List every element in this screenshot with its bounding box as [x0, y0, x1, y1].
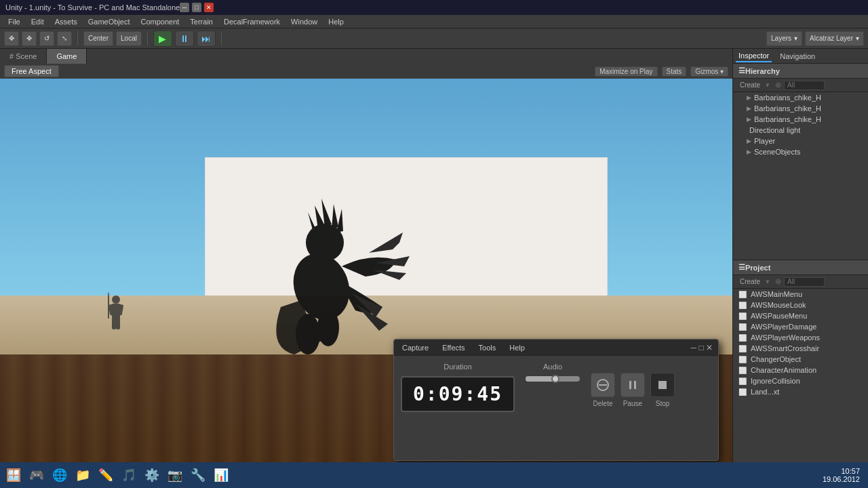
svg-marker-6	[332, 204, 338, 229]
proj-item-land[interactable]: ⬜ Land...xt	[733, 386, 868, 397]
taskbar-settings-icon[interactable]: ⚙️	[141, 464, 163, 486]
hierarchy-panel: ☰ Hierarchy Create ▾ ⊕ ▶ Barbarians_chik…	[733, 64, 868, 260]
toolbar-sep-2	[147, 32, 148, 45]
menu-file[interactable]: File	[3, 16, 26, 27]
tree-item-barbarians1[interactable]: ▶ Barbarians_chike_H	[733, 92, 868, 103]
taskbar-edit-icon[interactable]: ✏️	[95, 464, 117, 486]
proj-item-awsplayerweapons[interactable]: ⬜ AWSPlayerWeapons	[733, 332, 868, 343]
taskbar-misc3-icon[interactable]: 📊	[210, 464, 232, 486]
duration-section: Duration 0:09:45	[401, 363, 515, 412]
menu-terrain[interactable]: Terrain	[184, 16, 218, 27]
hierarchy-toolbar: Create ▾ ⊕	[733, 79, 868, 92]
proj-item-ignorecollision[interactable]: ⬜ IgnoreCollision	[733, 375, 868, 386]
taskbar-browser-icon[interactable]: 🌐	[49, 464, 71, 486]
script-icon: ⬜	[738, 356, 747, 363]
tab-navigation[interactable]: Navigation	[777, 51, 818, 62]
menu-assets[interactable]: Assets	[50, 16, 83, 27]
delete-label: Delete	[593, 400, 613, 407]
tool-move[interactable]: ✥	[22, 31, 37, 46]
stop-button-container[interactable]: Stop	[650, 373, 675, 407]
proj-item-awspausemenu[interactable]: ⬜ AWSPauseMenu	[733, 310, 868, 321]
hierarchy-search[interactable]	[784, 81, 825, 90]
capture-close-button[interactable]: ─ □ ✕	[691, 343, 713, 352]
tool-rotate[interactable]: ↺	[39, 31, 54, 46]
coord-button[interactable]: Local	[116, 31, 142, 46]
tree-item-player[interactable]: ▶ Player	[733, 136, 868, 146]
proj-item-awsmainmenu[interactable]: ⬜ AWSMainMenu	[733, 289, 868, 300]
taskbar: 🪟 🎮 🌐 📁 ✏️ 🎵 ⚙️ 📷 🔧 📊 10:57 19.06.2012	[0, 462, 868, 488]
gizmos-button[interactable]: Gizmos ▾	[690, 66, 728, 77]
project-icon: ☰	[738, 263, 745, 272]
layers-dropdown[interactable]: Layers ▾	[766, 31, 802, 46]
menu-help[interactable]: Help	[323, 16, 349, 27]
delete-icon	[591, 373, 615, 397]
pivot-button[interactable]: Center	[83, 31, 113, 46]
menu-window[interactable]: Window	[285, 16, 323, 27]
maximize-on-play-button[interactable]: Maximize on Play	[595, 66, 657, 77]
game-tab-controls: Maximize on Play Stats Gizmos ▾	[595, 66, 728, 77]
menu-edit[interactable]: Edit	[26, 16, 50, 27]
proj-item-changerobject[interactable]: ⬜ ChangerObject	[733, 354, 868, 365]
taskbar-media-icon[interactable]: 🎵	[118, 464, 140, 486]
stats-button[interactable]: Stats	[662, 66, 687, 77]
project-create-btn[interactable]: Create	[737, 277, 763, 286]
pause-button[interactable]: ⏸	[175, 30, 194, 47]
project-search[interactable]	[784, 277, 825, 287]
title-bar: Unity - 1.unity - To Survive - PC and Ma…	[0, 0, 868, 15]
script-icon: ⬜	[738, 367, 747, 374]
game-tab-bar: Free Aspect Maximize on Play Stats Gizmo…	[0, 64, 732, 79]
maximize-button[interactable]: □	[192, 3, 201, 12]
svg-point-9	[112, 296, 120, 304]
script-icon: ⬜	[738, 388, 747, 396]
script-icon: ⬜	[738, 323, 747, 331]
hierarchy-icon: ☰	[738, 66, 745, 75]
audio-slider[interactable]	[526, 376, 580, 382]
tool-hand[interactable]: ✥	[4, 31, 19, 46]
hierarchy-tree: ▶ Barbarians_chike_H ▶ Barbarians_chike_…	[733, 92, 868, 260]
script-icon: ⬜	[738, 302, 747, 309]
capture-window: Capture Effects Tools Help ─ □ ✕ Duratio…	[393, 339, 719, 461]
tab-inspector[interactable]: Inspector	[736, 50, 772, 62]
right-panels: Inspector Navigation ☰ Hierarchy Create …	[732, 49, 868, 473]
aspect-selector[interactable]: Free Aspect	[4, 65, 59, 77]
capture-buttons: Delete Pause Stop	[591, 368, 675, 412]
close-button[interactable]: ✕	[204, 3, 214, 12]
tab-game[interactable]: Game	[47, 49, 87, 64]
proj-item-awssmartcrosshair[interactable]: ⬜ AWSSmartCrosshair	[733, 343, 868, 354]
tree-item-barbarians3[interactable]: ▶ Barbarians_chike_H	[733, 114, 868, 125]
minimize-button[interactable]: ─	[180, 3, 189, 12]
taskbar-unity-icon[interactable]: 🎮	[26, 464, 47, 486]
proj-item-characteranimation[interactable]: ⬜ CharacterAnimation	[733, 365, 868, 375]
audio-section: Audio	[526, 363, 580, 412]
tree-item-sceneobjects[interactable]: ▶ SceneObjects	[733, 146, 868, 157]
tab-scene[interactable]: # Scene	[0, 49, 47, 64]
taskbar-start-button[interactable]: 🪟	[3, 464, 24, 486]
proj-item-awsplayerdamage[interactable]: ⬜ AWSPlayerDamage	[733, 321, 868, 332]
svg-marker-7	[336, 209, 343, 232]
pause-button-container[interactable]: Pause	[620, 373, 645, 407]
menu-component[interactable]: Component	[135, 16, 184, 27]
tool-scale[interactable]: ⤡	[57, 31, 72, 46]
menu-decalframework[interactable]: DecalFramework	[218, 16, 285, 27]
proj-item-awsmouselook[interactable]: ⬜ AWSMouseLook	[733, 300, 868, 310]
capture-menu-help[interactable]: Help	[507, 342, 528, 353]
tree-item-barbarians2[interactable]: ▶ Barbarians_chike_H	[733, 103, 868, 114]
capture-menu-effects[interactable]: Effects	[439, 342, 467, 353]
delete-button-container[interactable]: Delete	[591, 373, 615, 407]
menu-gameobject[interactable]: GameObject	[83, 16, 136, 27]
taskbar-misc2-icon[interactable]: 🔧	[187, 464, 209, 486]
step-button[interactable]: ⏭	[197, 30, 216, 47]
layout-dropdown[interactable]: Alcatraz Layer ▾	[805, 31, 864, 46]
script-icon: ⬜	[738, 378, 747, 385]
svg-rect-15	[108, 295, 109, 319]
play-button[interactable]: ▶	[153, 30, 172, 47]
capture-menu-capture[interactable]: Capture	[399, 342, 431, 353]
main-character	[220, 117, 410, 354]
taskbar-file-icon[interactable]: 📁	[72, 464, 94, 486]
tree-item-directional-light[interactable]: Directional light	[733, 125, 868, 136]
taskbar-misc1-icon[interactable]: 📷	[164, 464, 186, 486]
hierarchy-create-btn[interactable]: Create	[737, 81, 763, 89]
audio-label: Audio	[543, 363, 562, 371]
capture-menu-tools[interactable]: Tools	[476, 342, 499, 353]
timer-display: 0:09:45	[401, 376, 515, 412]
